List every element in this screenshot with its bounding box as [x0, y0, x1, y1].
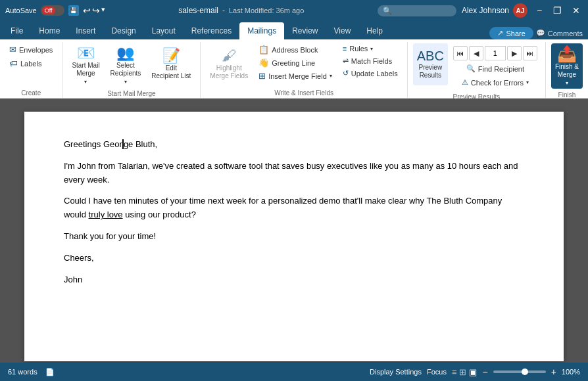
finish-icon: 📤	[557, 46, 577, 62]
update-labels-button[interactable]: ↺ Update Labels	[339, 68, 402, 79]
last-modified: Last Modified: 36m ago	[229, 7, 304, 14]
select-recipients-label: SelectRecipients	[110, 62, 141, 78]
address-block-label: Address Block	[272, 46, 318, 54]
tab-view[interactable]: View	[326, 22, 359, 39]
rules-button[interactable]: ≡ Rules ▾	[339, 43, 402, 54]
word-count: 61 words	[8, 368, 37, 376]
title-bar-center: sales-email - Last Modified: 36m ago	[178, 6, 304, 15]
insert-merge-dropdown: ▾	[330, 73, 332, 79]
focus-button[interactable]: Focus	[427, 368, 447, 376]
ribbon-group-preview: ABC PreviewResults ⏮ ◀ ▶ ⏭ 🔍 Find Recipi…	[408, 42, 546, 98]
record-number-input[interactable]	[485, 46, 506, 60]
start-mail-merge-group-label: Start Mail Merge	[107, 87, 155, 97]
autosave-state: Off	[42, 7, 55, 14]
more-btn[interactable]: ▾	[101, 5, 105, 16]
document-area: Greetings George Bluth, I'm John from Ta…	[0, 99, 588, 363]
first-record-btn[interactable]: ⏮	[453, 46, 468, 60]
prev-record-btn[interactable]: ◀	[469, 46, 483, 60]
envelopes-button[interactable]: ✉ Envelopes	[5, 43, 57, 56]
last-record-btn[interactable]: ⏭	[523, 46, 537, 60]
tab-layout[interactable]: Layout	[144, 22, 184, 39]
tab-design[interactable]: Design	[103, 22, 143, 39]
document-page[interactable]: Greetings George Bluth, I'm John from Ta…	[24, 112, 564, 361]
rules-dropdown: ▾	[370, 46, 373, 52]
zoom-minus[interactable]: −	[482, 367, 487, 377]
zoom-slider[interactable]	[493, 370, 546, 373]
paragraph-3: Thank you for your time!	[64, 230, 524, 244]
envelopes-label: Envelopes	[19, 46, 53, 54]
find-recipient-button[interactable]: 🔍 Find Recipient	[462, 63, 528, 74]
greeting-line-button[interactable]: 👋 Greeting Line	[255, 56, 336, 69]
create-group-label: Create	[21, 87, 41, 97]
insert-merge-label: Insert Merge Field	[268, 72, 327, 80]
labels-button[interactable]: 🏷 Labels	[5, 57, 57, 70]
tab-insert[interactable]: Insert	[68, 22, 103, 39]
restore-btn[interactable]: ❐	[551, 5, 564, 16]
tab-references[interactable]: References	[184, 22, 239, 39]
check-dropdown: ▾	[526, 79, 529, 85]
window-controls: − ❐ ✕	[533, 5, 583, 16]
tab-review[interactable]: Review	[284, 22, 326, 39]
finish-group-label: Finish	[558, 89, 576, 99]
tab-home[interactable]: Home	[31, 22, 68, 39]
edit-recipient-list-button[interactable]: 📝 EditRecipient List	[147, 43, 195, 85]
next-record-btn[interactable]: ▶	[507, 46, 522, 60]
write-insert-group-label: Write & Insert Fields	[274, 87, 333, 97]
envelopes-icon: ✉	[9, 45, 16, 55]
undo-redo-group: ↩ ↪ ▾	[83, 5, 105, 16]
zoom-level: 100%	[562, 368, 580, 376]
select-dropdown: ▾	[124, 79, 127, 85]
match-fields-button[interactable]: ⇌ Match Fields	[339, 55, 402, 66]
greeting-text: Greetings Geor	[64, 139, 122, 149]
find-icon: 🔍	[466, 64, 476, 73]
tab-help[interactable]: Help	[358, 22, 391, 39]
greeting-rest: ge Bluth,	[124, 139, 157, 149]
tab-file[interactable]: File	[3, 22, 31, 39]
preview-results-button[interactable]: ABC PreviewResults	[413, 43, 448, 85]
display-settings-button[interactable]: Display Settings	[370, 368, 422, 376]
minimize-btn[interactable]: −	[533, 5, 546, 16]
redo-btn[interactable]: ↪	[92, 5, 100, 16]
view-mode-1[interactable]: ≡	[452, 367, 457, 377]
finish-merge-button[interactable]: 📤 Finish &Merge ▾	[551, 43, 583, 89]
tab-mailings[interactable]: Mailings	[239, 22, 284, 39]
ribbon-group-start-mail-merge: 📧 Start MailMerge ▾ 👥 SelectRecipients ▾…	[62, 42, 201, 98]
signature: John	[64, 273, 524, 287]
labels-label: Labels	[20, 60, 41, 68]
update-icon: ↺	[343, 69, 349, 78]
address-block-icon: 📋	[258, 45, 269, 55]
view-mode-2[interactable]: ⊞	[459, 367, 466, 377]
title-bar-left: AutoSave Off 💾 ↩ ↪ ▾	[5, 5, 105, 16]
rules-icon: ≡	[343, 45, 347, 53]
zoom-plus[interactable]: +	[551, 367, 556, 377]
title-bar: AutoSave Off 💾 ↩ ↪ ▾ sales-email - Last …	[0, 0, 588, 21]
view-icons: ≡ ⊞ ▣	[452, 367, 478, 377]
save-icon[interactable]: 💾	[68, 5, 79, 16]
close-btn[interactable]: ✕	[570, 5, 583, 16]
address-block-button[interactable]: 📋 Address Block	[255, 43, 336, 56]
user-badge: Alex Johnson AJ	[462, 3, 527, 18]
rules-label: Rules	[349, 45, 368, 53]
edit-recipient-label: EditRecipient List	[151, 64, 191, 80]
start-mail-merge-button[interactable]: 📧 Start MailMerge ▾	[68, 43, 103, 87]
share-button[interactable]: ↗ Share	[489, 27, 533, 39]
match-label: Match Fields	[351, 57, 392, 65]
preview-icon: ABC	[417, 49, 444, 62]
view-mode-3[interactable]: ▣	[469, 367, 477, 377]
status-right: Display Settings Focus ≡ ⊞ ▣ − + 100%	[370, 367, 580, 377]
undo-btn[interactable]: ↩	[83, 5, 91, 16]
ribbon-group-finish: 📤 Finish &Merge ▾ Finish	[546, 42, 588, 98]
start-mail-merge-dropdown: ▾	[84, 79, 87, 85]
check-errors-button[interactable]: ⚠ Check for Errors ▾	[458, 77, 533, 88]
autosave-toggle[interactable]: Off	[41, 5, 64, 16]
edit-recipient-icon: 📝	[162, 49, 180, 63]
insert-merge-field-button[interactable]: ⊞ Insert Merge Field ▾	[255, 70, 336, 82]
highlight-merge-fields-button[interactable]: 🖌 HighlightMerge Fields	[206, 43, 252, 85]
create-group-content: ✉ Envelopes 🏷 Labels	[5, 43, 57, 87]
select-recipients-button[interactable]: 👥 SelectRecipients ▾	[107, 43, 145, 87]
search-bar[interactable]: 🔍	[378, 5, 456, 16]
ribbon-group-write-insert: 🖌 HighlightMerge Fields 📋 Address Block …	[201, 42, 407, 98]
comments-button[interactable]: 💬 Comments	[536, 29, 583, 37]
document-name: sales-email	[178, 6, 218, 15]
user-avatar: AJ	[513, 3, 527, 18]
